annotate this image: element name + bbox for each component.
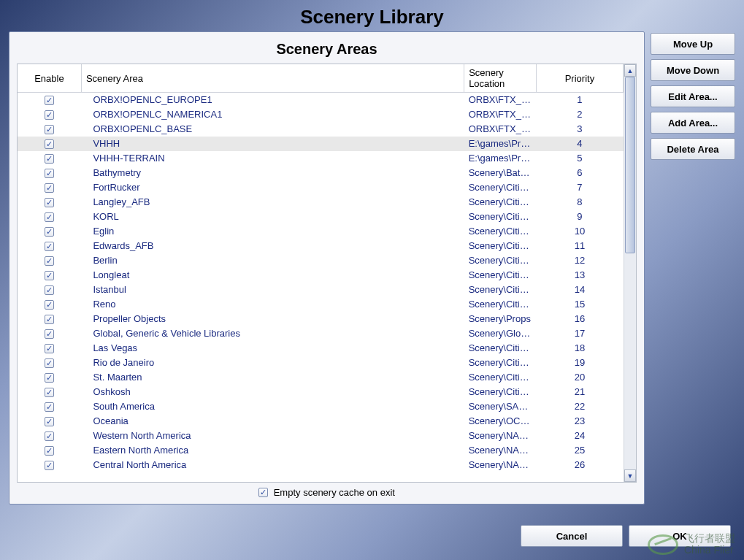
row-enable-cell[interactable]: [18, 297, 81, 312]
row-area-cell[interactable]: ORBX!OPENLC_BASE: [81, 122, 464, 137]
row-location-cell[interactable]: E:\games\Prepar3D v2\Addon Scenery\VHHH\…: [464, 151, 537, 166]
ok-button[interactable]: OK: [629, 525, 731, 547]
table-row[interactable]: Rio de JaneiroScenery\Cities\Rio19: [18, 356, 624, 370]
row-area-cell[interactable]: Western North America: [81, 429, 464, 443]
row-enable-cell[interactable]: [18, 429, 81, 443]
table-row[interactable]: LongleatScenery\Cities\Longleat13: [18, 268, 624, 283]
col-enable[interactable]: Enable: [18, 64, 81, 93]
row-area-cell[interactable]: Oshkosh: [81, 385, 464, 399]
enable-checkbox[interactable]: [45, 154, 54, 164]
enable-checkbox[interactable]: [45, 417, 54, 426]
row-area-cell[interactable]: Edwards_AFB: [81, 239, 464, 253]
table-row[interactable]: Edwards_AFBScenery\Cities\Edwards_AFB11: [18, 239, 624, 253]
table-row[interactable]: Central North AmericaScenery\NAMC26: [18, 458, 624, 472]
scroll-track[interactable]: [624, 77, 636, 469]
scroll-thumb[interactable]: [625, 77, 635, 253]
row-location-cell[interactable]: Scenery\Cities\Edwards_AFB: [464, 239, 537, 253]
row-enable-cell[interactable]: [18, 399, 81, 414]
row-location-cell[interactable]: ORBX\FTX_OLC\OLC_AA: [464, 122, 537, 137]
row-area-cell[interactable]: Bathymetry: [81, 166, 464, 180]
row-enable-cell[interactable]: [18, 414, 81, 429]
row-location-cell[interactable]: Scenery\Cities\Berlin: [464, 253, 537, 268]
col-priority[interactable]: Priority: [536, 64, 623, 93]
enable-checkbox[interactable]: [45, 285, 54, 295]
row-enable-cell[interactable]: [18, 107, 81, 122]
enable-checkbox[interactable]: [45, 125, 54, 134]
col-area[interactable]: Scenery Area: [81, 64, 464, 93]
enable-checkbox[interactable]: [45, 388, 54, 397]
row-area-cell[interactable]: Global, Generic & Vehicle Libraries: [81, 326, 464, 341]
row-enable-cell[interactable]: [18, 239, 81, 253]
enable-checkbox[interactable]: [45, 271, 54, 280]
row-area-cell[interactable]: St. Maarten: [81, 370, 464, 385]
row-location-cell[interactable]: Scenery\Cities\Longleat: [464, 268, 537, 283]
row-location-cell[interactable]: Scenery\Cities\Eglin: [464, 224, 537, 239]
row-area-cell[interactable]: Eglin: [81, 224, 464, 239]
table-row[interactable]: IstanbulScenery\Cities\Istanbul14: [18, 283, 624, 297]
table-row[interactable]: BathymetryScenery\Bathymetry6: [18, 166, 624, 180]
enable-checkbox[interactable]: [45, 198, 54, 207]
table-row[interactable]: Eastern North AmericaScenery\NAME25: [18, 443, 624, 458]
enable-checkbox[interactable]: [45, 227, 54, 237]
row-area-cell[interactable]: Istanbul: [81, 283, 464, 297]
row-location-cell[interactable]: ORBX\FTX_OLC\OLC_NA1: [464, 107, 537, 122]
enable-checkbox[interactable]: [45, 402, 54, 412]
enable-checkbox[interactable]: [45, 358, 54, 368]
row-area-cell[interactable]: Langley_AFB: [81, 195, 464, 210]
row-area-cell[interactable]: Reno: [81, 297, 464, 312]
table-row[interactable]: OshkoshScenery\Cities\Oshkosh21: [18, 385, 624, 399]
row-area-cell[interactable]: VHHH: [81, 137, 464, 151]
enable-checkbox[interactable]: [45, 373, 54, 383]
table-row[interactable]: South AmericaScenery\SAME22: [18, 399, 624, 414]
row-location-cell[interactable]: Scenery\Cities\Reno: [464, 297, 537, 312]
table-row[interactable]: VHHH-TERRAINE:\games\Prepar3D v2\Addon S…: [18, 151, 624, 166]
row-location-cell[interactable]: Scenery\Cities\Oshkosh: [464, 385, 537, 399]
row-area-cell[interactable]: Eastern North America: [81, 443, 464, 458]
enable-checkbox[interactable]: [45, 461, 54, 470]
empty-cache-checkbox[interactable]: [258, 488, 268, 497]
row-location-cell[interactable]: Scenery\SAME: [464, 399, 537, 414]
enable-checkbox[interactable]: [45, 96, 54, 105]
row-area-cell[interactable]: KORL: [81, 210, 464, 224]
row-area-cell[interactable]: ORBX!OPENLC_EUROPE1: [81, 93, 464, 107]
row-enable-cell[interactable]: [18, 341, 81, 356]
row-enable-cell[interactable]: [18, 180, 81, 195]
enable-checkbox[interactable]: [45, 431, 54, 441]
row-area-cell[interactable]: FortRucker: [81, 180, 464, 195]
enable-checkbox[interactable]: [45, 256, 54, 266]
row-area-cell[interactable]: Las Vegas: [81, 341, 464, 356]
row-enable-cell[interactable]: [18, 458, 81, 472]
cancel-button[interactable]: Cancel: [521, 525, 623, 547]
row-area-cell[interactable]: VHHH-TERRAIN: [81, 151, 464, 166]
scenery-table-scroll[interactable]: Enable Scenery Area Scenery Location Pri…: [18, 64, 624, 482]
row-location-cell[interactable]: ORBX\FTX_OLC\OLC_EU1: [464, 93, 537, 107]
enable-checkbox[interactable]: [45, 300, 54, 310]
row-enable-cell[interactable]: [18, 253, 81, 268]
row-enable-cell[interactable]: [18, 443, 81, 458]
enable-checkbox[interactable]: [45, 315, 54, 324]
row-area-cell[interactable]: Oceania: [81, 414, 464, 429]
add-area-button[interactable]: Add Area...: [651, 112, 735, 134]
enable-checkbox[interactable]: [45, 110, 54, 120]
enable-checkbox[interactable]: [45, 446, 54, 456]
table-row[interactable]: BerlinScenery\Cities\Berlin12: [18, 253, 624, 268]
row-enable-cell[interactable]: [18, 283, 81, 297]
table-row[interactable]: Langley_AFBScenery\Cities\KLFI_Langley_A…: [18, 195, 624, 210]
row-area-cell[interactable]: Rio de Janeiro: [81, 356, 464, 370]
row-enable-cell[interactable]: [18, 312, 81, 326]
enable-checkbox[interactable]: [45, 212, 54, 222]
scroll-up-arrow-icon[interactable]: ▲: [624, 64, 636, 77]
enable-checkbox[interactable]: [45, 139, 54, 149]
row-area-cell[interactable]: ORBX!OPENLC_NAMERICA1: [81, 107, 464, 122]
enable-checkbox[interactable]: [45, 329, 54, 339]
row-location-cell[interactable]: Scenery\Cities\FortRucker: [464, 180, 537, 195]
row-location-cell[interactable]: Scenery\Cities\LasVegas: [464, 341, 537, 356]
table-row[interactable]: ORBX!OPENLC_BASEORBX\FTX_OLC\OLC_AA3: [18, 122, 624, 137]
table-row[interactable]: Western North AmericaScenery\NAMW24: [18, 429, 624, 443]
move-down-button[interactable]: Move Down: [651, 59, 735, 81]
table-row[interactable]: Las VegasScenery\Cities\LasVegas18: [18, 341, 624, 356]
row-location-cell[interactable]: Scenery\Cities\Rio: [464, 356, 537, 370]
delete-area-button[interactable]: Delete Area: [651, 138, 735, 160]
row-enable-cell[interactable]: [18, 122, 81, 137]
table-row[interactable]: VHHHE:\games\Prepar3D v2\Addon Scenery\V…: [18, 137, 624, 151]
